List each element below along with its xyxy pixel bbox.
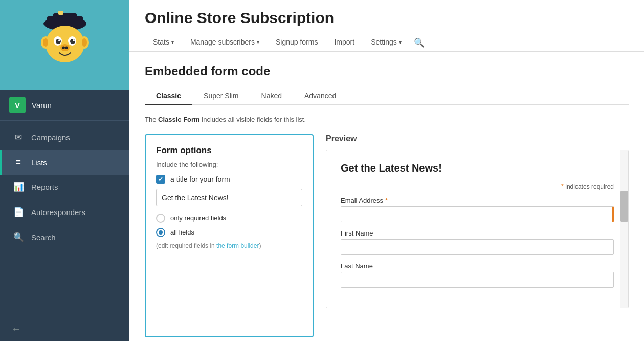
required-note-text: indicates required xyxy=(565,183,614,190)
sidebar-item-autoresponders[interactable]: 📄 Autoresponders xyxy=(0,200,129,225)
radio-all-fields-row: all fields xyxy=(156,228,302,237)
preview-lastname-field: Last Name xyxy=(341,262,614,295)
checkbox-label: a title for your form xyxy=(170,175,230,183)
include-label: Include the following: xyxy=(156,161,302,168)
nav-item-signup-forms[interactable]: Signup forms xyxy=(268,34,326,52)
preview-scrollbar xyxy=(620,150,628,308)
sidebar-nav: ✉ Campaigns ≡ Lists 📊 Reports 📄 Autoresp… xyxy=(0,121,129,317)
edit-note-suffix: ) xyxy=(259,242,261,249)
sidebar-item-label: Reports xyxy=(31,183,58,191)
radio-all-fields[interactable] xyxy=(156,228,165,237)
sidebar: V Varun ✉ Campaigns ≡ Lists 📊 Reports 📄 … xyxy=(0,0,129,341)
svg-point-13 xyxy=(65,46,68,49)
manage-caret-icon: ▾ xyxy=(257,39,259,45)
sidebar-item-label: Lists xyxy=(31,158,47,167)
preview-email-input[interactable] xyxy=(341,206,614,222)
radio-all-fields-label: all fields xyxy=(170,228,194,236)
top-nav: Stats ▾ Manage subscribers ▾ Signup form… xyxy=(145,34,629,51)
nav-item-manage-subscribers[interactable]: Manage subscribers ▾ xyxy=(182,34,268,52)
main-content: Online Store Subscription Stats ▾ Manage… xyxy=(129,0,644,341)
edit-note: (edit required fields in the form builde… xyxy=(156,242,302,249)
sidebar-item-lists[interactable]: ≡ Lists xyxy=(0,150,129,175)
tabs-bar: Classic Super Slim Naked Advanced xyxy=(145,88,629,105)
username: Varun xyxy=(32,101,52,110)
email-required-star: * xyxy=(385,197,388,204)
search-button[interactable]: 🔍 xyxy=(414,37,425,48)
scrollbar-thumb xyxy=(620,191,628,222)
preview-box: Get the Latest News! * indicates require… xyxy=(326,150,629,308)
nav-item-stats[interactable]: Stats ▾ xyxy=(145,34,182,52)
sidebar-item-reports[interactable]: 📊 Reports xyxy=(0,175,129,200)
sidebar-item-campaigns[interactable]: ✉ Campaigns xyxy=(0,125,129,150)
title-checkbox-row: ✓ a title for your form xyxy=(156,175,302,184)
two-column-layout: Form options Include the following: ✓ a … xyxy=(145,134,629,337)
preview-required-note: * indicates required xyxy=(341,182,614,190)
nav-stats-label: Stats xyxy=(153,38,169,46)
sidebar-item-label: Campaigns xyxy=(31,133,70,142)
radio-only-required-row: only required fields xyxy=(156,214,302,223)
nav-settings-label: Settings xyxy=(371,38,397,46)
avatar: V xyxy=(9,97,26,113)
radio-only-required[interactable] xyxy=(156,214,165,223)
nav-signup-label: Signup forms xyxy=(276,38,318,46)
sidebar-collapse-button[interactable]: ← xyxy=(0,317,129,341)
firstname-label: First Name xyxy=(341,229,614,237)
autoresponders-icon: 📄 xyxy=(13,207,24,218)
sidebar-logo xyxy=(0,0,129,90)
page-title: Online Store Subscription xyxy=(145,9,629,27)
preview-email-field: Email Address * xyxy=(341,197,614,229)
mailchimp-logo xyxy=(32,9,98,81)
description-prefix: The xyxy=(145,116,158,123)
nav-item-import[interactable]: Import xyxy=(326,34,363,52)
section-title: Embedded form code xyxy=(145,64,629,78)
svg-rect-2 xyxy=(53,13,77,18)
email-label: Email Address * xyxy=(341,197,614,204)
preview-firstname-input[interactable] xyxy=(341,239,614,255)
check-mark: ✓ xyxy=(158,176,163,183)
tab-advanced[interactable]: Advanced xyxy=(293,88,347,105)
lastname-label: Last Name xyxy=(341,262,614,270)
form-title-input[interactable] xyxy=(156,189,302,206)
content-area: Embedded form code Classic Super Slim Na… xyxy=(129,52,644,341)
preview-firstname-field: First Name xyxy=(341,229,614,262)
nav-manage-label: Manage subscribers xyxy=(190,38,255,46)
sidebar-item-label: Search xyxy=(31,233,56,242)
svg-point-8 xyxy=(70,39,75,44)
preview-panel: Preview Get the Latest News! * indicates… xyxy=(326,134,629,337)
search-icon: 🔍 xyxy=(13,232,24,243)
stats-caret-icon: ▾ xyxy=(171,39,174,45)
description-bold: Classic Form xyxy=(158,116,200,123)
settings-caret-icon: ▾ xyxy=(399,39,402,45)
edit-note-prefix: (edit required fields in xyxy=(156,242,216,249)
tab-super-slim[interactable]: Super Slim xyxy=(192,88,250,105)
svg-point-12 xyxy=(62,46,65,49)
svg-point-16 xyxy=(43,38,48,47)
preview-headline: Get the Latest News! xyxy=(341,162,614,174)
campaigns-icon: ✉ xyxy=(13,132,24,143)
description-suffix: includes all visible fields for this lis… xyxy=(200,116,306,123)
svg-point-9 xyxy=(58,39,60,41)
preview-lastname-input[interactable] xyxy=(341,272,614,288)
preview-title: Preview xyxy=(326,134,629,143)
nav-import-label: Import xyxy=(334,38,354,46)
reports-icon: 📊 xyxy=(13,182,24,193)
form-description: The Classic Form includes all visible fi… xyxy=(145,115,629,125)
title-checkbox[interactable]: ✓ xyxy=(156,175,165,184)
tab-classic[interactable]: Classic xyxy=(145,88,192,105)
svg-point-10 xyxy=(73,39,75,41)
svg-rect-3 xyxy=(58,11,63,15)
header: Online Store Subscription Stats ▾ Manage… xyxy=(129,0,644,52)
form-builder-link[interactable]: the form builder xyxy=(216,242,259,249)
user-section[interactable]: V Varun xyxy=(0,90,129,121)
required-asterisk: * xyxy=(561,182,563,190)
sidebar-item-search[interactable]: 🔍 Search xyxy=(0,225,129,250)
form-options-box: Form options Include the following: ✓ a … xyxy=(145,134,314,337)
svg-point-7 xyxy=(56,39,61,44)
lists-icon: ≡ xyxy=(13,157,24,167)
tab-naked[interactable]: Naked xyxy=(250,88,293,105)
svg-point-17 xyxy=(82,38,87,47)
radio-only-required-label: only required fields xyxy=(170,214,226,222)
form-options-title: Form options xyxy=(156,145,302,156)
sidebar-item-label: Autoresponders xyxy=(31,208,85,217)
nav-item-settings[interactable]: Settings ▾ xyxy=(363,34,410,52)
